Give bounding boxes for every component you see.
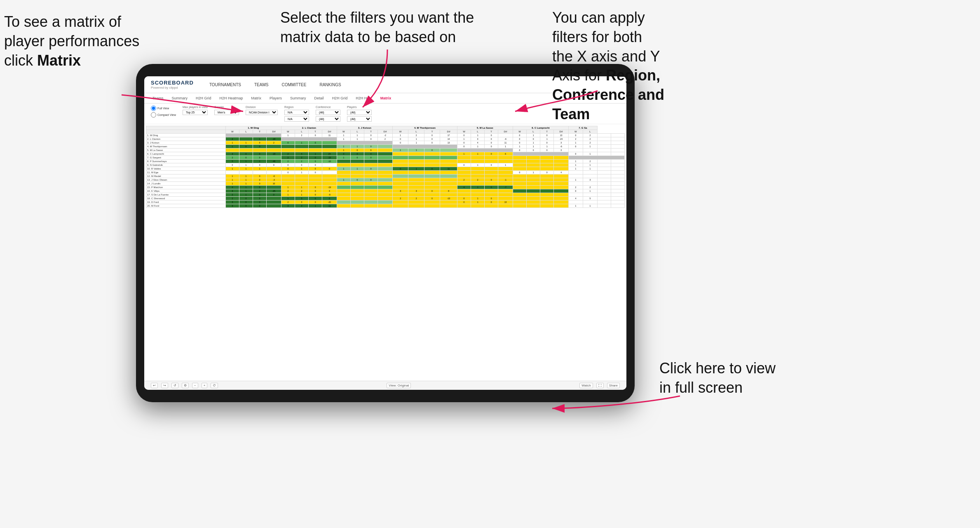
share-btn[interactable]: Share <box>607 383 620 388</box>
player-name-cell: 3. J Koivun <box>146 141 226 145</box>
matrix-cell <box>513 163 526 167</box>
annotation-bottom-right: Click here to view in full screen <box>659 359 816 398</box>
matrix-table: 1. W Ding 2. L Clanton 3. J Koivun 4. M … <box>146 126 625 208</box>
fullscreen-btn[interactable]: ⛶ <box>596 383 604 388</box>
settings-btn[interactable]: ⚙ <box>182 383 189 388</box>
matrix-cell: 1 <box>498 163 513 167</box>
matrix-cell: 0 <box>364 178 378 182</box>
matrix-cell <box>485 167 498 171</box>
matrix-cell: 0 <box>457 163 471 167</box>
matrix-cell <box>364 160 378 163</box>
sh-2-l: L <box>295 130 308 134</box>
matrix-cell <box>597 178 611 182</box>
matrix-cell: 1 <box>337 156 350 160</box>
matrix-cell: 2 <box>392 197 408 200</box>
nav-committee[interactable]: COMMITTEE <box>280 82 308 88</box>
sub-nav-summary2[interactable]: Summary <box>288 95 308 101</box>
matrix-cell: 0 <box>392 141 408 145</box>
sub-nav-h2h-grid2[interactable]: H2H Grid <box>331 95 349 101</box>
matrix-cell: 0 <box>540 134 554 137</box>
matrix-cell: 3 <box>295 204 308 208</box>
plus-btn[interactable]: + <box>202 383 208 388</box>
sub-nav-matrix2[interactable]: Matrix <box>379 95 393 101</box>
matrix-cell: -16 <box>322 160 337 163</box>
matrix-cell <box>267 186 281 189</box>
players-select2[interactable]: (All) <box>347 116 372 122</box>
matrix-cell: 0 <box>239 145 253 148</box>
matrix-cell <box>239 148 253 152</box>
conference-select2[interactable]: (All) <box>316 116 340 122</box>
matrix-cell: 0 <box>540 141 554 145</box>
matrix-cell: 0 <box>253 145 267 148</box>
matrix-cell <box>322 171 337 174</box>
undo-btn[interactable]: ↩ <box>151 383 158 388</box>
matrix-cell <box>309 148 322 152</box>
matrix-cell: 0 <box>568 189 583 193</box>
sub-nav-summary[interactable]: Summary <box>170 95 190 101</box>
matrix-cell: 3 <box>392 189 408 193</box>
matrix-cell <box>611 200 624 204</box>
matrix-cell: 1 <box>225 167 239 171</box>
timer-btn[interactable]: ⏱ <box>211 383 218 388</box>
diagonal-cell <box>392 145 457 148</box>
matrix-cell: -18 <box>267 152 281 156</box>
conference-select[interactable]: (All) <box>316 110 340 115</box>
sub-nav-detail[interactable]: Detail <box>313 95 326 101</box>
matrix-cell <box>554 167 569 171</box>
matrix-cell: 1 <box>281 186 295 189</box>
sub-nav-players[interactable]: Players <box>268 95 284 101</box>
matrix-cell: 1 <box>471 152 485 156</box>
corner-header <box>146 126 226 130</box>
sub-nav-teams[interactable]: Teams <box>151 95 165 101</box>
nav-tournaments[interactable]: TOURNAMENTS <box>208 82 243 88</box>
compact-view-radio[interactable] <box>151 112 156 118</box>
watch-btn[interactable]: Watch <box>579 383 593 388</box>
matrix-cell: 2 <box>583 134 597 137</box>
matrix-cell <box>540 182 554 186</box>
matrix-cell: 2 <box>568 137 583 141</box>
player-name-cell: 17. S De La Fuente <box>146 193 226 197</box>
matrix-cell: 0 <box>424 189 440 193</box>
players-label: Players <box>347 106 372 108</box>
matrix-cell <box>281 148 295 152</box>
matrix-cell: -25 <box>267 189 281 193</box>
matrix-cell <box>513 156 526 160</box>
nav-rankings[interactable]: RANKINGS <box>318 82 342 88</box>
sub-nav-h2h-heatmap[interactable]: H2H Heatmap <box>218 95 245 101</box>
reload-btn[interactable]: ↺ <box>171 383 178 388</box>
nav-teams[interactable]: TEAMS <box>253 82 270 88</box>
matrix-cell: 0 <box>239 204 253 208</box>
sub-nav-matrix[interactable]: Matrix <box>250 95 263 101</box>
full-view-option[interactable]: Full View <box>151 106 176 111</box>
toolbar-left: ↩ ↪ ↺ ⚙ − + ⏱ <box>151 383 218 388</box>
matrix-cell: 3 <box>408 189 424 193</box>
compact-view-option[interactable]: Compact View <box>151 112 176 118</box>
matrix-cell <box>527 156 540 160</box>
matrix-cell <box>295 145 308 148</box>
full-view-radio[interactable] <box>151 106 156 111</box>
region-select2[interactable]: N/A <box>284 116 309 122</box>
matrix-cell <box>295 178 308 182</box>
matrix-cell <box>540 174 554 178</box>
view-original-btn[interactable]: View: Original <box>387 383 411 388</box>
players-select[interactable]: (All) <box>347 110 372 115</box>
max-players-select[interactable]: Top 25 <box>183 110 208 115</box>
sub-nav-h2h-he[interactable]: H2H He... <box>354 95 374 101</box>
full-view-label: Full View <box>157 107 169 110</box>
division-select[interactable]: NCAA Division I <box>246 110 278 115</box>
matrix-area[interactable]: 1. W Ding 2. L Clanton 3. J Koivun 4. M … <box>144 124 626 381</box>
matrix-cell: 2 <box>408 197 424 200</box>
matrix-cell <box>408 186 424 189</box>
table-row: 14. J Lundin11010 <box>146 182 625 186</box>
matrix-cell: 5 <box>225 160 239 163</box>
annotation-top-right: You can apply filters for both the X axi… <box>552 8 725 124</box>
region-select[interactable]: N/A <box>284 110 309 115</box>
matrix-cell: 13 <box>440 141 457 145</box>
matrix-cell <box>440 204 457 208</box>
sub-nav-h2h-grid[interactable]: H2H Grid <box>194 95 213 101</box>
minus-btn[interactable]: − <box>192 383 198 388</box>
matrix-cell <box>568 200 583 204</box>
redo-btn[interactable]: ↪ <box>161 383 168 388</box>
gender-select[interactable]: Men's <box>214 110 239 115</box>
matrix-cell <box>424 171 440 174</box>
